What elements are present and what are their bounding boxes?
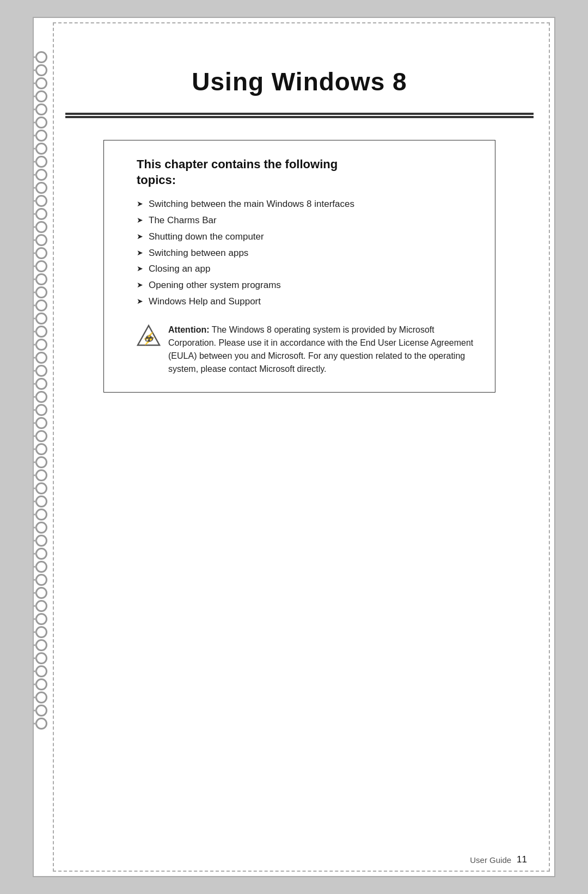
spiral-coil (35, 587, 47, 599)
spiral-coil (35, 665, 47, 677)
spiral-coil (35, 678, 47, 690)
spiral-coil (35, 378, 47, 390)
spiral-coil (35, 509, 47, 521)
spiral-coil (35, 691, 47, 703)
spiral-coil (35, 103, 47, 115)
spiral-coil (35, 600, 47, 612)
arrow-icon: ➤ (137, 231, 143, 242)
spiral-coil (35, 182, 47, 194)
info-box: This chapter contains the following topi… (103, 140, 495, 393)
topic-item: ➤Opening other system programs (137, 279, 476, 292)
spiral-coil (35, 561, 47, 573)
spiral-coil (35, 90, 47, 102)
spiral-coil (35, 456, 47, 468)
spiral-coil (35, 234, 47, 246)
page: Using Windows 8 This chapter contains th… (33, 17, 555, 877)
spiral-coil (35, 430, 47, 442)
spiral-coil (35, 77, 47, 89)
attention-text: Attention: The Windows 8 operating syste… (168, 323, 476, 376)
spiral-coil (35, 613, 47, 625)
spiral-coil (35, 365, 47, 377)
spiral-coil (35, 299, 47, 311)
border-bottom (53, 869, 550, 872)
attention-block: ⚡ ꝏ ☢ Attention: The Windows 8 operating… (137, 323, 476, 376)
page-footer: User Guide 11 (470, 854, 527, 865)
arrow-icon: ➤ (137, 248, 143, 259)
spiral-coil (35, 339, 47, 351)
spiral-coil (35, 195, 47, 207)
svg-text:☢: ☢ (145, 334, 153, 344)
spiral-coil (35, 273, 47, 285)
topic-item: ➤The Charms Bar (137, 214, 476, 227)
arrow-icon: ➤ (137, 215, 143, 226)
spiral-coil (35, 51, 47, 63)
spiral-coil (35, 495, 47, 507)
border-left-inner (53, 22, 55, 872)
topic-item: ➤Switching between the main Windows 8 in… (137, 198, 476, 211)
topics-list: ➤Switching between the main Windows 8 in… (137, 198, 476, 308)
spiral-binding (34, 18, 49, 876)
topic-item: ➤Shutting down the computer (137, 230, 476, 243)
spiral-coil (35, 443, 47, 455)
topic-item: ➤Windows Help and Support (137, 295, 476, 308)
chapter-heading: This chapter contains the following topi… (137, 157, 476, 188)
spiral-coil (35, 626, 47, 638)
page-number: 11 (517, 854, 527, 865)
spiral-coil (35, 326, 47, 338)
arrow-icon: ➤ (137, 264, 143, 274)
spiral-coil (35, 652, 47, 664)
spiral-coil (35, 639, 47, 651)
spiral-coil (35, 313, 47, 324)
spiral-coil (35, 130, 47, 142)
spiral-coil (35, 352, 47, 364)
spiral-coil (35, 548, 47, 560)
spiral-coil (35, 143, 47, 155)
page-content: Using Windows 8 This chapter contains th… (65, 34, 534, 876)
spiral-coil (35, 718, 47, 730)
spiral-coil (35, 208, 47, 220)
spiral-coil (35, 117, 47, 128)
topic-item: ➤Closing an app (137, 262, 476, 275)
spiral-coil (35, 64, 47, 76)
spiral-coil (35, 482, 47, 494)
title-underline (65, 113, 534, 118)
arrow-icon: ➤ (137, 280, 143, 291)
attention-icon: ⚡ ꝏ ☢ (137, 323, 161, 347)
spiral-coil (35, 247, 47, 259)
spiral-coil (35, 391, 47, 403)
page-title: Using Windows 8 (192, 67, 407, 96)
spiral-coil (35, 705, 47, 717)
spiral-coil (35, 260, 47, 272)
topic-item: ➤Switching between apps (137, 247, 476, 260)
spiral-coil (35, 286, 47, 298)
arrow-icon: ➤ (137, 199, 143, 210)
spiral-coil (35, 221, 47, 233)
spiral-coil (35, 574, 47, 586)
footer-label: User Guide (470, 855, 511, 865)
border-top (53, 22, 550, 25)
spiral-coil (35, 535, 47, 547)
spiral-coil (35, 404, 47, 416)
arrow-icon: ➤ (137, 296, 143, 307)
spiral-coil (35, 522, 47, 534)
spiral-coil (35, 469, 47, 481)
spiral-coil (35, 156, 47, 168)
spiral-coil (35, 417, 47, 429)
border-right (548, 22, 550, 872)
spiral-coil (35, 169, 47, 181)
